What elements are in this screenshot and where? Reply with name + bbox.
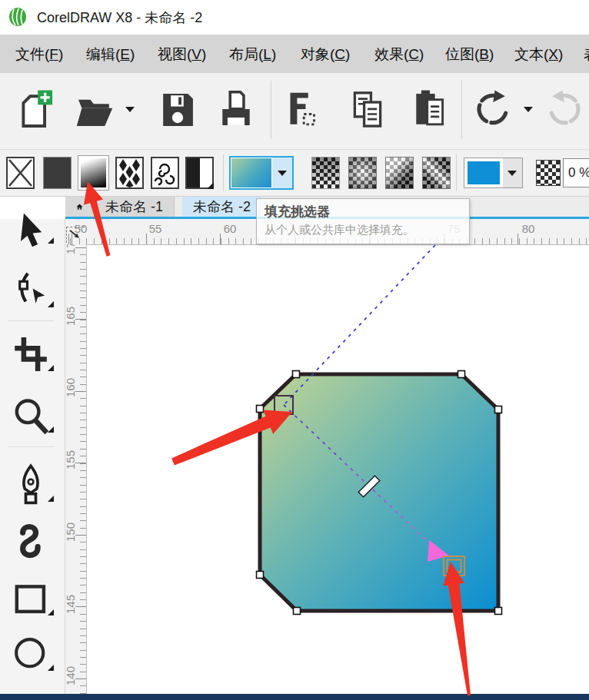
ruler-ticks	[75, 244, 86, 694]
postscript-fill-icon	[187, 158, 200, 187]
open-button[interactable]	[71, 84, 118, 136]
ellipse-tool-icon	[11, 632, 51, 675]
vruler-label: 160	[65, 373, 77, 403]
tab-untitled-1[interactable]: 未命名 -1	[95, 197, 175, 217]
tooltip-title: 填充挑选器	[265, 203, 461, 221]
coreldraw-window: CorelDRAW X8 - 未命名 -2 文件(F) 编辑(E) 视图(V) …	[0, 0, 589, 700]
shape-flyout[interactable]	[48, 301, 54, 307]
outline-color-swatch[interactable]	[468, 161, 500, 184]
fountain-transparency-button[interactable]	[348, 157, 377, 189]
rectangle-tool[interactable]	[11, 577, 51, 620]
hruler-label: 80	[522, 222, 535, 235]
menu-view[interactable]: 视图(V)	[158, 45, 206, 65]
menu-bitmaps[interactable]: 位图(B)	[445, 45, 494, 65]
bottom-edge-strip	[0, 694, 589, 700]
tab-label: 未命名 -1	[105, 197, 163, 216]
no-fill-button[interactable]	[6, 157, 35, 189]
toolbox-separator	[8, 446, 54, 447]
pattern-transparency-button[interactable]	[385, 157, 414, 189]
pattern-fill-button[interactable]	[115, 157, 144, 189]
hruler-label: 55	[149, 222, 162, 235]
property-bar	[0, 150, 589, 197]
zoom-flyout[interactable]	[48, 426, 54, 433]
transparency-value-field[interactable]	[563, 158, 589, 187]
propbar-separator	[223, 154, 224, 191]
undo-dropdown-caret[interactable]	[524, 107, 533, 112]
propbar-separator	[456, 154, 457, 191]
menu-object[interactable]: 对象(C)	[301, 45, 350, 65]
coreldraw-logo-icon	[8, 7, 28, 27]
tab-untitled-2[interactable]: 未命名 -2	[182, 197, 261, 217]
menu-table[interactable]: 表格(T)	[584, 45, 589, 65]
new-document-button[interactable]	[12, 84, 60, 136]
fill-picker-dropdown[interactable]	[272, 158, 292, 188]
menu-file[interactable]: 文件(F)	[15, 45, 63, 65]
menu-effects[interactable]: 效果(C)	[374, 45, 424, 65]
ruler-origin[interactable]	[66, 227, 85, 243]
menu-bar: 文件(F) 编辑(E) 视图(V) 布局(L) 对象(C) 效果(C) 位图(B…	[0, 35, 589, 73]
shape-tool-icon	[11, 269, 51, 312]
artistic-media-tool[interactable]	[11, 520, 51, 563]
cut-button[interactable]	[278, 84, 326, 136]
toolbox	[0, 219, 65, 694]
toolbar-separator	[461, 81, 462, 139]
pick-flyout[interactable]	[48, 237, 54, 244]
uniform-transparency-button[interactable]	[311, 157, 340, 189]
zoom-tool-icon	[11, 394, 51, 437]
hruler-label: 60	[224, 222, 237, 235]
rectangle-flyout[interactable]	[48, 609, 54, 615]
vruler-label: 145	[65, 589, 77, 620]
outline-color-combo[interactable]	[464, 158, 523, 188]
outline-color-dropdown[interactable]	[503, 158, 522, 187]
crop-flyout[interactable]	[48, 365, 54, 371]
cut-icon	[278, 84, 326, 136]
paste-button[interactable]	[406, 84, 454, 136]
fill-picker-combo[interactable]	[229, 156, 294, 190]
copy-icon	[344, 84, 391, 136]
tab-label: 未命名 -2	[193, 197, 251, 216]
standard-toolbar	[0, 73, 589, 150]
home-icon	[76, 200, 83, 214]
ellipse-flyout[interactable]	[48, 665, 54, 671]
vruler-label: 165	[65, 301, 77, 332]
outline-color-swatch-wrap	[464, 158, 503, 187]
welcome-tab[interactable]	[65, 197, 95, 217]
uniform-fill-button[interactable]	[43, 157, 72, 189]
pen-tool[interactable]	[11, 463, 51, 506]
print-icon	[212, 84, 260, 136]
open-folder-icon	[71, 84, 118, 136]
save-button[interactable]	[154, 84, 201, 136]
redo-button[interactable]	[543, 84, 589, 136]
vruler-label: 170	[65, 244, 77, 260]
texture-transparency-button[interactable]	[422, 157, 451, 189]
pen-tool-icon	[11, 463, 51, 506]
pick-tool[interactable]	[11, 210, 51, 253]
fountain-fill-button[interactable]	[78, 155, 109, 191]
shape-tool[interactable]	[11, 269, 51, 312]
pick-tool-icon	[11, 210, 51, 253]
new-document-icon	[12, 84, 60, 136]
print-button[interactable]	[212, 84, 260, 136]
vruler-label: 155	[65, 445, 77, 476]
copy-button[interactable]	[344, 84, 391, 136]
paste-icon	[406, 84, 454, 136]
crop-tool-icon	[11, 333, 51, 376]
crop-tool[interactable]	[11, 333, 51, 376]
undo-button[interactable]	[467, 84, 514, 136]
menu-text[interactable]: 文本(X)	[514, 45, 563, 65]
postscript-fill-button[interactable]	[185, 157, 214, 189]
vertical-ruler[interactable]: 170 165 160 155 150 145 140	[65, 244, 86, 694]
drawing-canvas[interactable]	[86, 244, 589, 694]
ellipse-tool[interactable]	[11, 632, 51, 675]
zoom-tool[interactable]	[11, 394, 51, 437]
open-dropdown-caret[interactable]	[125, 107, 135, 112]
save-icon	[154, 84, 201, 136]
pen-flyout[interactable]	[48, 496, 54, 502]
menu-edit[interactable]: 编辑(E)	[86, 45, 135, 65]
menu-layout[interactable]: 布局(L)	[229, 45, 276, 65]
transparency-overlay	[386, 158, 413, 188]
transparency-checker-icon[interactable]	[536, 160, 561, 186]
fill-picker-swatch[interactable]	[231, 158, 272, 188]
title-bar: CorelDRAW X8 - 未命名 -2	[0, 0, 589, 35]
texture-fill-button[interactable]	[151, 157, 179, 189]
